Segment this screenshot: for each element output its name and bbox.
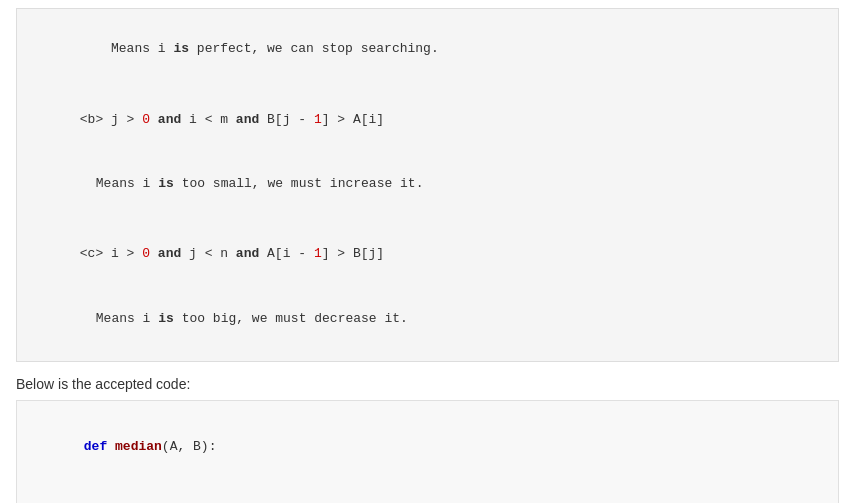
cond-c-line: <c> i > 0 and j < n and A[i - 1] > B[j] <box>33 222 822 286</box>
content-area: Means i is perfect, we can stop searchin… <box>0 0 855 503</box>
cond-c-desc: Means i is too big, we must decrease it. <box>49 286 822 350</box>
condition-block: Means i is perfect, we can stop searchin… <box>16 8 839 362</box>
code-line-2: m, n = len(A), len(B) <box>37 479 818 503</box>
cond-b-line: <b> j > 0 and i < m and B[j - 1] > A[i] <box>33 87 822 151</box>
section-label: Below is the accepted code: <box>16 376 839 392</box>
code-block: def median(A, B): m, n = len(A), len(B) … <box>16 400 839 503</box>
code-line-1: def median(A, B): <box>37 415 818 479</box>
cond-b-desc: Means i is too small, we must increase i… <box>49 152 822 216</box>
perfect-line: Means i is perfect, we can stop searchin… <box>33 17 822 81</box>
